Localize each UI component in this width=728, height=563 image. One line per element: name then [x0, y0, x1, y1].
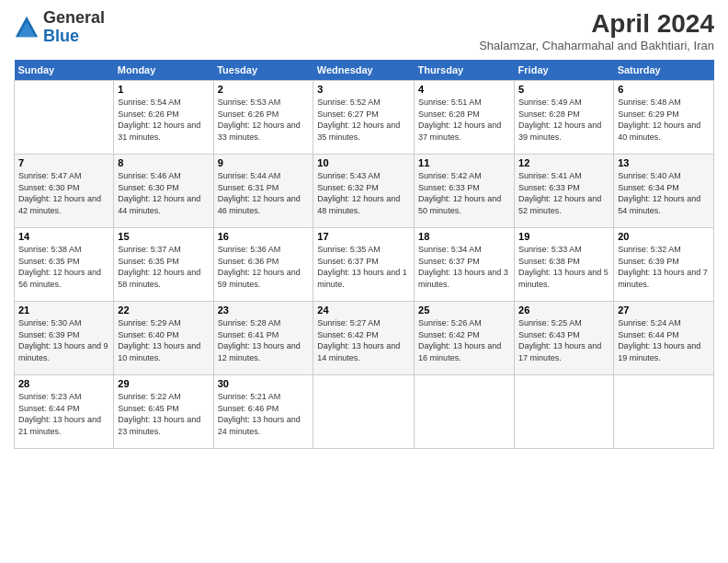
calendar-cell: 3Sunrise: 5:52 AMSunset: 6:27 PMDaylight… [313, 81, 415, 155]
day-info: Sunrise: 5:53 AMSunset: 6:26 PMDaylight:… [218, 97, 310, 143]
day-number: 28 [18, 378, 109, 389]
calendar-cell: 27Sunrise: 5:24 AMSunset: 6:44 PMDayligh… [614, 302, 714, 375]
weekday-header: Wednesday [313, 60, 415, 81]
day-number: 19 [518, 231, 609, 242]
day-number: 21 [18, 304, 109, 316]
calendar-cell: 13Sunrise: 5:40 AMSunset: 6:34 PMDayligh… [614, 155, 714, 228]
day-info: Sunrise: 5:37 AMSunset: 6:35 PMDaylight:… [118, 244, 209, 290]
day-info: Sunrise: 5:30 AMSunset: 6:39 PMDaylight:… [18, 317, 109, 363]
day-number: 29 [118, 378, 209, 389]
calendar-cell [415, 375, 515, 449]
day-number: 11 [418, 157, 510, 168]
day-number: 3 [317, 84, 410, 95]
day-info: Sunrise: 5:22 AMSunset: 6:45 PMDaylight:… [118, 391, 209, 437]
calendar-cell: 17Sunrise: 5:35 AMSunset: 6:37 PMDayligh… [313, 228, 415, 302]
calendar-cell: 26Sunrise: 5:25 AMSunset: 6:43 PMDayligh… [515, 302, 614, 375]
calendar-cell: 21Sunrise: 5:30 AMSunset: 6:39 PMDayligh… [15, 302, 114, 375]
day-info: Sunrise: 5:33 AMSunset: 6:38 PMDaylight:… [518, 244, 609, 290]
day-number: 5 [518, 84, 609, 95]
calendar-cell: 30Sunrise: 5:21 AMSunset: 6:46 PMDayligh… [213, 375, 313, 449]
day-info: Sunrise: 5:52 AMSunset: 6:27 PMDaylight:… [317, 97, 410, 143]
calendar-cell: 10Sunrise: 5:43 AMSunset: 6:32 PMDayligh… [313, 155, 415, 228]
weekday-header: Tuesday [213, 60, 313, 81]
day-number: 30 [218, 378, 310, 389]
day-info: Sunrise: 5:54 AMSunset: 6:26 PMDaylight:… [118, 97, 209, 143]
calendar-cell: 18Sunrise: 5:34 AMSunset: 6:37 PMDayligh… [415, 228, 515, 302]
week-row: 14Sunrise: 5:38 AMSunset: 6:35 PMDayligh… [15, 228, 714, 302]
day-info: Sunrise: 5:44 AMSunset: 6:31 PMDaylight:… [218, 170, 310, 216]
day-info: Sunrise: 5:42 AMSunset: 6:33 PMDaylight:… [418, 170, 510, 216]
day-number: 15 [118, 231, 209, 242]
calendar-cell: 22Sunrise: 5:29 AMSunset: 6:40 PMDayligh… [114, 302, 213, 375]
day-info: Sunrise: 5:35 AMSunset: 6:37 PMDaylight:… [317, 244, 410, 290]
calendar-cell [15, 81, 114, 155]
calendar-cell: 25Sunrise: 5:26 AMSunset: 6:42 PMDayligh… [415, 302, 515, 375]
calendar-cell: 28Sunrise: 5:23 AMSunset: 6:44 PMDayligh… [15, 375, 114, 449]
day-number: 1 [118, 84, 209, 95]
day-number: 24 [317, 304, 410, 316]
day-info: Sunrise: 5:24 AMSunset: 6:44 PMDaylight:… [618, 317, 710, 363]
day-info: Sunrise: 5:49 AMSunset: 6:28 PMDaylight:… [518, 97, 609, 143]
calendar-cell [313, 375, 415, 449]
day-number: 13 [618, 157, 710, 168]
day-number: 8 [118, 157, 209, 168]
calendar-cell: 20Sunrise: 5:32 AMSunset: 6:39 PMDayligh… [614, 228, 714, 302]
day-info: Sunrise: 5:51 AMSunset: 6:28 PMDaylight:… [418, 97, 510, 143]
weekday-header: Saturday [614, 60, 714, 81]
calendar-cell: 23Sunrise: 5:28 AMSunset: 6:41 PMDayligh… [213, 302, 313, 375]
calendar-cell: 9Sunrise: 5:44 AMSunset: 6:31 PMDaylight… [213, 155, 313, 228]
day-number: 12 [518, 157, 609, 168]
logo-text: GeneralBlue [43, 9, 105, 46]
calendar-cell: 24Sunrise: 5:27 AMSunset: 6:42 PMDayligh… [313, 302, 415, 375]
day-number: 6 [618, 84, 710, 95]
calendar-table: SundayMondayTuesdayWednesdayThursdayFrid… [14, 60, 714, 449]
weekday-header: Monday [114, 60, 213, 81]
week-row: 28Sunrise: 5:23 AMSunset: 6:44 PMDayligh… [15, 375, 714, 449]
day-info: Sunrise: 5:27 AMSunset: 6:42 PMDaylight:… [317, 317, 410, 363]
calendar-cell: 15Sunrise: 5:37 AMSunset: 6:35 PMDayligh… [114, 228, 213, 302]
day-number: 2 [218, 84, 310, 95]
day-info: Sunrise: 5:48 AMSunset: 6:29 PMDaylight:… [618, 97, 710, 143]
day-number: 26 [518, 304, 609, 316]
calendar-cell: 19Sunrise: 5:33 AMSunset: 6:38 PMDayligh… [515, 228, 614, 302]
day-number: 7 [18, 157, 109, 168]
week-row: 21Sunrise: 5:30 AMSunset: 6:39 PMDayligh… [15, 302, 714, 375]
day-info: Sunrise: 5:40 AMSunset: 6:34 PMDaylight:… [618, 170, 710, 216]
day-info: Sunrise: 5:21 AMSunset: 6:46 PMDaylight:… [218, 391, 310, 437]
day-number: 16 [218, 231, 310, 242]
day-info: Sunrise: 5:47 AMSunset: 6:30 PMDaylight:… [18, 170, 109, 216]
calendar-cell [614, 375, 714, 449]
day-number: 9 [218, 157, 310, 168]
logo: GeneralBlue [14, 9, 105, 46]
calendar-cell: 29Sunrise: 5:22 AMSunset: 6:45 PMDayligh… [114, 375, 213, 449]
day-info: Sunrise: 5:23 AMSunset: 6:44 PMDaylight:… [18, 391, 109, 437]
calendar-cell: 7Sunrise: 5:47 AMSunset: 6:30 PMDaylight… [15, 155, 114, 228]
day-info: Sunrise: 5:46 AMSunset: 6:30 PMDaylight:… [118, 170, 209, 216]
weekday-header: Sunday [15, 60, 114, 81]
week-row: 1Sunrise: 5:54 AMSunset: 6:26 PMDaylight… [15, 81, 714, 155]
weekday-header-row: SundayMondayTuesdayWednesdayThursdayFrid… [15, 60, 714, 81]
day-number: 22 [118, 304, 209, 316]
day-number: 14 [18, 231, 109, 242]
day-info: Sunrise: 5:32 AMSunset: 6:39 PMDaylight:… [618, 244, 710, 290]
location: Shalamzar, Chaharmahal and Bakhtiari, Ir… [479, 39, 714, 52]
calendar-cell: 11Sunrise: 5:42 AMSunset: 6:33 PMDayligh… [415, 155, 515, 228]
calendar-cell: 5Sunrise: 5:49 AMSunset: 6:28 PMDaylight… [515, 81, 614, 155]
calendar-cell: 12Sunrise: 5:41 AMSunset: 6:33 PMDayligh… [515, 155, 614, 228]
calendar-cell: 1Sunrise: 5:54 AMSunset: 6:26 PMDaylight… [114, 81, 213, 155]
day-number: 27 [618, 304, 710, 316]
day-info: Sunrise: 5:36 AMSunset: 6:36 PMDaylight:… [218, 244, 310, 290]
calendar-cell: 14Sunrise: 5:38 AMSunset: 6:35 PMDayligh… [15, 228, 114, 302]
weekday-header: Friday [515, 60, 614, 81]
calendar-cell: 8Sunrise: 5:46 AMSunset: 6:30 PMDaylight… [114, 155, 213, 228]
month-year: April 2024 [479, 9, 714, 39]
day-info: Sunrise: 5:29 AMSunset: 6:40 PMDaylight:… [118, 317, 209, 363]
header: GeneralBlue April 2024 Shalamzar, Chahar… [14, 9, 714, 52]
day-info: Sunrise: 5:34 AMSunset: 6:37 PMDaylight:… [418, 244, 510, 290]
day-number: 23 [218, 304, 310, 316]
day-info: Sunrise: 5:26 AMSunset: 6:42 PMDaylight:… [418, 317, 510, 363]
day-info: Sunrise: 5:25 AMSunset: 6:43 PMDaylight:… [518, 317, 609, 363]
calendar-cell: 6Sunrise: 5:48 AMSunset: 6:29 PMDaylight… [614, 81, 714, 155]
calendar-cell: 16Sunrise: 5:36 AMSunset: 6:36 PMDayligh… [213, 228, 313, 302]
calendar-cell: 4Sunrise: 5:51 AMSunset: 6:28 PMDaylight… [415, 81, 515, 155]
